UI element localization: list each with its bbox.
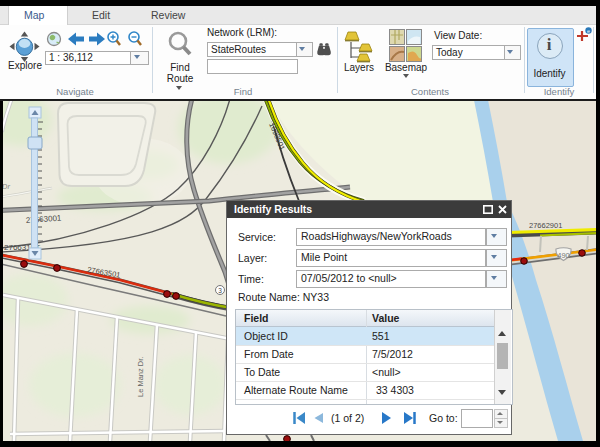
svg-text:27662901: 27662901 [529, 221, 562, 230]
svg-text:3: 3 [218, 287, 222, 294]
svg-text:e: e [587, 28, 590, 34]
svg-text:Dr: Dr [3, 182, 10, 191]
svg-text:490: 490 [557, 251, 570, 260]
svg-text:Le Manz Dr.: Le Manz Dr. [136, 357, 145, 397]
